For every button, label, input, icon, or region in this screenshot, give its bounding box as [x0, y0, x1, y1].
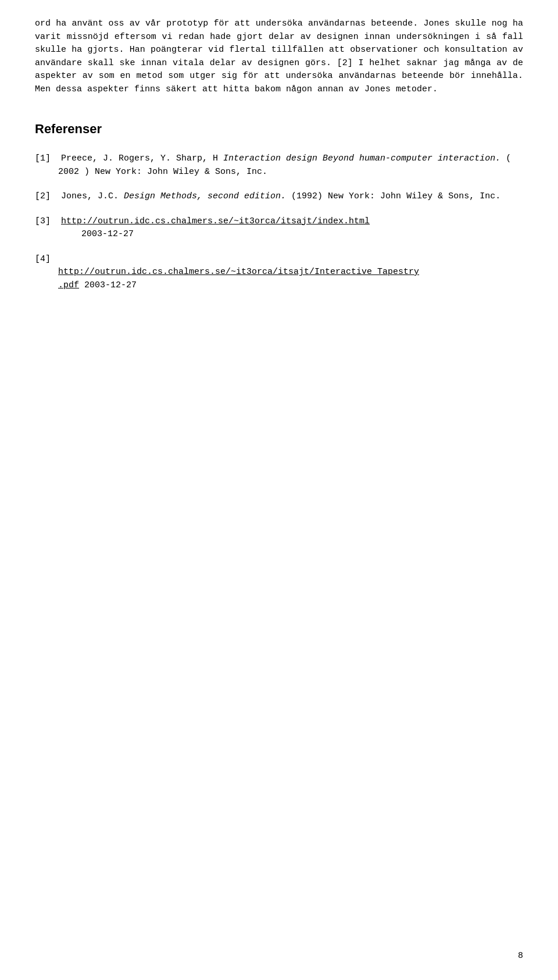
ref1-authors: Preece, J. Rogers, Y. Sharp, H — [61, 154, 223, 163]
reference-item-4: [4] http://outrun.idc.cs.chalmers.se/~it… — [35, 253, 523, 293]
ref2-publisher: (1992) New York: John Wiley & Sons, Inc. — [286, 191, 500, 201]
ref2-title: Design Methods, second edition. — [124, 191, 286, 201]
ref4-label: [4] — [35, 254, 51, 264]
reference-item-1: [1] Preece, J. Rogers, Y. Sharp, H Inter… — [35, 152, 523, 179]
ref3-link[interactable]: http://outrun.idc.cs.chalmers.se/~it3orc… — [61, 216, 370, 226]
ref1-label: [1] — [35, 154, 61, 163]
main-text-block: ord ha använt oss av vår prototyp för at… — [35, 17, 523, 96]
main-paragraph: ord ha använt oss av vår prototyp för at… — [35, 17, 523, 96]
page-number: 8 — [518, 950, 523, 963]
references-heading: Referenser — [35, 119, 523, 138]
reference-item-3: [3] http://outrun.idc.cs.chalmers.se/~it… — [35, 215, 523, 241]
ref2-authors: Jones, J.C. — [61, 191, 124, 201]
ref4-link[interactable]: http://outrun.idc.cs.chalmers.se/~it3orc… — [58, 267, 419, 290]
ref3-date: 2003-12-27 — [58, 229, 134, 239]
reference-item-2: [2] Jones, J.C. Design Methods, second e… — [35, 190, 523, 204]
ref2-label: [2] — [35, 191, 61, 201]
ref1-title: Interaction design Beyond human-computer… — [223, 154, 500, 163]
references-section: Referenser [1] Preece, J. Rogers, Y. Sha… — [35, 119, 523, 292]
ref4-link-text: http://outrun.idc.cs.chalmers.se/~it3orc… — [58, 267, 419, 290]
ref3-label: [3] — [35, 216, 61, 226]
